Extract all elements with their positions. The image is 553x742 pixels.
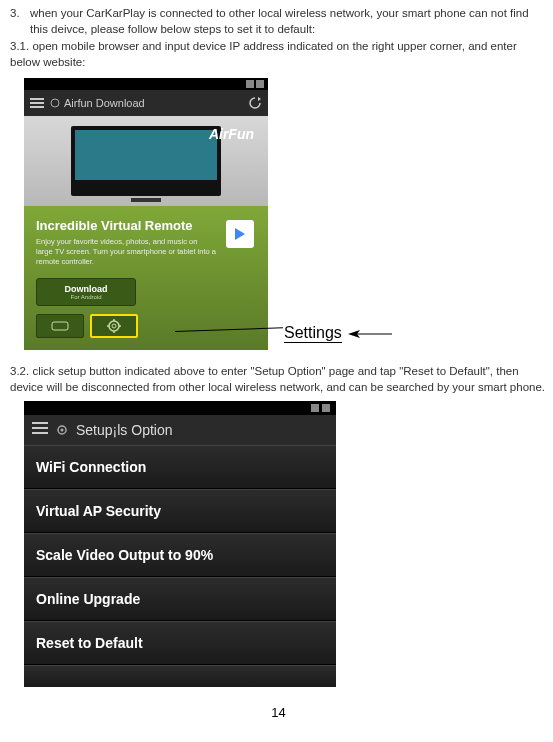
browser-address-bar: Airfun Download: [24, 90, 268, 116]
gear-icon: [56, 424, 68, 436]
instruction-3-number: 3.: [10, 6, 30, 37]
hamburger-menu-icon[interactable]: [30, 97, 44, 109]
setup-title-bar: Setup¡ls Option: [24, 415, 336, 445]
hero-image: AirFun: [24, 116, 268, 206]
battery-icon: [322, 404, 330, 412]
setup-option-reset-default[interactable]: Reset to Default: [24, 621, 336, 665]
refresh-icon[interactable]: [248, 96, 262, 110]
setup-option-wifi[interactable]: WiFi Connection: [24, 445, 336, 489]
download-label: Download: [65, 284, 108, 294]
setup-option-ap-security[interactable]: Virtual AP Security: [24, 489, 336, 533]
battery-icon: [256, 80, 264, 88]
download-button[interactable]: Download For Android: [36, 278, 136, 306]
globe-icon: [50, 98, 60, 108]
signal-icon: [311, 404, 319, 412]
page-number: 14: [10, 705, 547, 720]
signal-icon: [246, 80, 254, 88]
monitor-graphic: [71, 126, 221, 196]
bottom-tile-row: [36, 314, 256, 338]
remote-icon: [50, 320, 70, 332]
subtext: Enjoy your favorite videos, photos, and …: [36, 237, 216, 266]
status-bar-2: [24, 401, 336, 415]
svg-rect-5: [52, 322, 68, 330]
svg-point-6: [109, 321, 119, 331]
instruction-3-text: when your CarKarPlay is connected to oth…: [30, 6, 547, 37]
settings-tile[interactable]: [90, 314, 138, 338]
setup-option-cutoff[interactable]: [24, 665, 336, 687]
svg-point-18: [61, 429, 64, 432]
instruction-31: 3.1. open mobile browser and input devic…: [10, 39, 547, 70]
svg-marker-4: [258, 97, 261, 101]
settings-callout: Settings: [284, 324, 392, 343]
gear-icon: [106, 318, 122, 334]
setup-option-scale-video[interactable]: Scale Video Output to 90%: [24, 533, 336, 577]
airfun-logo: AirFun: [209, 126, 254, 142]
phone-screenshot-1: Airfun Download AirFun Incredible Virtua…: [24, 78, 268, 350]
status-bar: [24, 78, 268, 90]
instruction-32: 3.2. click setup button indicated above …: [10, 364, 547, 395]
settings-callout-label: Settings: [284, 324, 342, 343]
setup-option-online-upgrade[interactable]: Online Upgrade: [24, 577, 336, 621]
url-field[interactable]: Airfun Download: [50, 97, 242, 109]
svg-point-3: [51, 99, 59, 107]
setup-page-title: Setup¡ls Option: [76, 422, 173, 438]
download-sublabel: For Android: [70, 294, 101, 300]
hamburger-menu-icon[interactable]: [32, 421, 48, 439]
remote-tile[interactable]: [36, 314, 84, 338]
svg-point-7: [112, 324, 116, 328]
phone-screenshot-2: Setup¡ls Option WiFi Connection Virtual …: [24, 401, 336, 687]
arrow-icon: [348, 328, 392, 340]
headline-text: Incredible Virtual Remote: [36, 218, 256, 233]
screenshot-1-container: Airfun Download AirFun Incredible Virtua…: [24, 78, 547, 350]
instruction-3: 3. when your CarKarPlay is connected to …: [10, 6, 547, 37]
url-text: Airfun Download: [64, 97, 145, 109]
playstore-icon[interactable]: [226, 220, 254, 248]
